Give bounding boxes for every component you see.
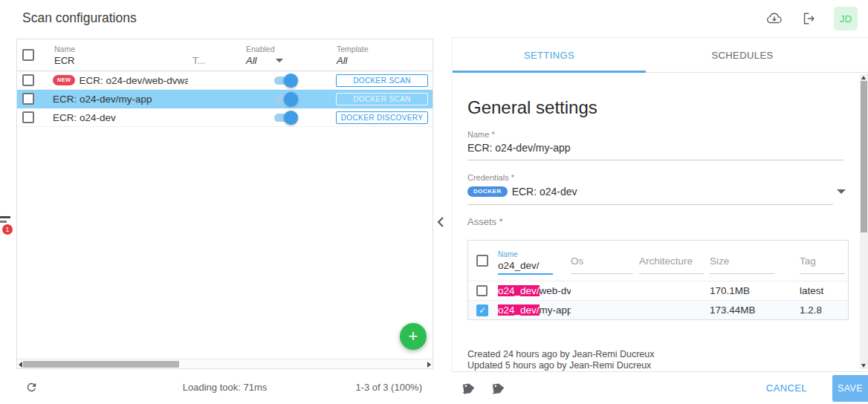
filter-icon[interactable]: 1 xyxy=(0,215,15,239)
assets-os-filter-input[interactable] xyxy=(571,255,630,267)
chevron-down-icon xyxy=(276,59,283,62)
filter-count-badge: 1 xyxy=(2,224,13,235)
updated-info: Updated 5 hours ago by Jean-Remi Ducreux xyxy=(467,360,655,371)
assets-tag-filter-input[interactable] xyxy=(800,255,843,267)
assets-select-all-checkbox[interactable] xyxy=(476,255,488,267)
add-scan-configuration-button[interactable]: + xyxy=(400,323,427,350)
active-tab-underline xyxy=(453,71,646,73)
scroll-right-icon[interactable] xyxy=(427,362,431,368)
audit-info: Created 24 hours ago by Jean-Remi Ducreu… xyxy=(467,349,655,371)
assets-label: Assets * xyxy=(467,216,503,227)
search-match-highlight: o24_dev/ xyxy=(498,285,540,296)
vertical-scrollbar[interactable] xyxy=(860,74,868,369)
template-button[interactable]: DOCKER SCAN xyxy=(336,74,428,87)
assets-architecture-filter-input[interactable] xyxy=(639,255,705,267)
asset-tag: 1.2.8 xyxy=(800,304,848,316)
table-footer: Loading took: 71ms 1-3 of 3 (100%) xyxy=(16,371,433,404)
remove-tag-icon[interactable]: - xyxy=(490,380,507,397)
credentials-field[interactable]: Credentials * DOCKER ECR: o24-dev xyxy=(467,173,846,205)
assets-table-header: Name xyxy=(468,241,848,281)
scan-config-name: ECR: o24-dev/my-app xyxy=(53,94,152,105)
scrollbar-thumb[interactable] xyxy=(861,81,867,232)
collapse-panel-chevron-icon[interactable] xyxy=(437,215,447,229)
enabled-toggle[interactable] xyxy=(274,94,297,104)
tab-settings[interactable]: SETTINGS xyxy=(453,38,646,72)
plus-icon: + xyxy=(409,327,418,346)
credentials-field-label: Credentials * xyxy=(467,173,846,182)
name-column-label: Name xyxy=(54,45,188,53)
scan-config-name: ECR: o24-dev xyxy=(53,112,116,123)
horizontal-scrollbar[interactable] xyxy=(17,359,433,368)
scan-config-name: ECR: o24-dev/web-dvwa xyxy=(79,75,188,86)
assets-size-filter-input[interactable] xyxy=(710,255,769,267)
scroll-left-icon[interactable] xyxy=(19,362,22,368)
logout-icon[interactable] xyxy=(800,10,817,27)
tabs: SETTINGS SCHEDULES xyxy=(453,38,868,73)
asset-checkbox[interactable] xyxy=(476,285,488,296)
scroll-up-icon[interactable] xyxy=(861,76,866,79)
assets-table: Name o24_dev/w xyxy=(467,240,849,320)
asset-size: 170.1MB xyxy=(710,285,800,296)
row-checkbox[interactable] xyxy=(22,93,34,105)
scroll-down-icon[interactable] xyxy=(861,364,866,368)
details-footer: + - CANCEL SAVE xyxy=(452,371,868,404)
asset-name: web-dv xyxy=(540,285,571,296)
select-all-checkbox[interactable] xyxy=(22,49,34,61)
row-checkbox[interactable] xyxy=(22,111,34,123)
name-field[interactable]: Name * ECR: o24-dev/my-app xyxy=(467,130,843,160)
enabled-filter-dropdown[interactable]: All xyxy=(246,55,335,66)
table-row[interactable]: ECR: o24-dev DOCKER DISCOVERY xyxy=(17,108,433,127)
assets-name-column-label: Name xyxy=(498,250,571,258)
page-title: Scan configurations xyxy=(22,10,137,26)
details-panel: SETTINGS SCHEDULES General settings Name… xyxy=(452,37,868,371)
assets-name-filter-input[interactable] xyxy=(498,260,557,271)
table-row-selected[interactable]: ECR: o24-dev/my-app DOCKER SCAN xyxy=(17,90,433,108)
svg-text:+: + xyxy=(463,390,467,397)
tab-schedules[interactable]: SCHEDULES xyxy=(646,38,839,72)
asset-name: my-app xyxy=(540,304,571,316)
asset-size: 173.44MB xyxy=(710,304,800,316)
name-field-value[interactable]: ECR: o24-dev/my-app xyxy=(467,142,843,154)
type-column-label: T... xyxy=(192,55,240,66)
refresh-icon[interactable] xyxy=(25,381,38,394)
enabled-column-label: Enabled xyxy=(246,45,335,53)
docker-chip: DOCKER xyxy=(467,186,508,197)
cancel-button[interactable]: CANCEL xyxy=(766,382,807,394)
enabled-toggle[interactable] xyxy=(274,113,297,123)
table-row[interactable]: NEW ECR: o24-dev/web-dvwa DOCKER SCAN xyxy=(17,71,433,90)
asset-row[interactable]: o24_dev/web-dv 170.1MB latest xyxy=(468,281,848,300)
template-filter-dropdown[interactable]: All xyxy=(337,55,433,66)
name-field-label: Name * xyxy=(467,130,843,139)
new-badge: NEW xyxy=(53,75,75,85)
topbar: Scan configurations JD xyxy=(0,0,868,37)
scrollbar-thumb[interactable] xyxy=(23,361,179,368)
chevron-down-icon[interactable] xyxy=(837,189,846,194)
save-button[interactable]: SAVE xyxy=(832,375,868,402)
table-header: Name T... Enabled All Template All xyxy=(17,39,433,71)
template-button[interactable]: DOCKER SCAN xyxy=(336,93,428,105)
enabled-toggle[interactable] xyxy=(274,76,297,85)
section-heading: General settings xyxy=(467,97,597,118)
credentials-value: ECR: o24-dev xyxy=(512,186,577,198)
pagination-range: 1-3 of 3 (100%) xyxy=(355,382,433,393)
svg-text:-: - xyxy=(493,388,495,397)
scan-configurations-table: Name T... Enabled All Template All NEW E… xyxy=(16,39,433,369)
add-tag-icon[interactable]: + xyxy=(461,380,477,397)
row-checkbox[interactable] xyxy=(22,74,34,86)
template-button[interactable]: DOCKER DISCOVERY xyxy=(336,111,428,124)
cloud-download-icon[interactable] xyxy=(765,10,783,27)
avatar[interactable]: JD xyxy=(834,7,858,30)
template-column-label: Template xyxy=(337,45,433,53)
search-match-highlight: o24_dev/ xyxy=(498,304,540,316)
created-info: Created 24 hours ago by Jean-Remi Ducreu… xyxy=(467,349,655,360)
asset-checkbox-checked[interactable]: ✓ xyxy=(476,304,488,316)
name-filter-input[interactable] xyxy=(54,55,175,66)
asset-row-selected[interactable]: ✓ o24_dev/my-app 173.44MB 1.2.8 xyxy=(468,300,848,319)
asset-tag: latest xyxy=(800,285,848,296)
